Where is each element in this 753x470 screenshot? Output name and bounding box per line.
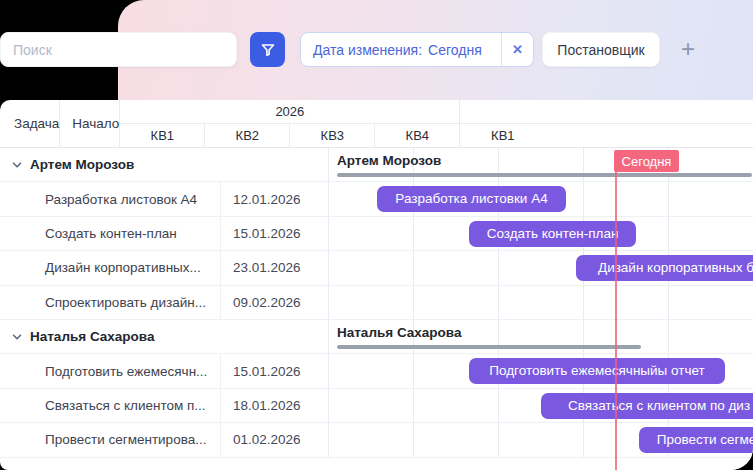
year-label: 2026 (120, 100, 460, 123)
task-name-cell[interactable]: Создать контен-план (0, 217, 220, 250)
row-label: Спроектировать дизайн... (45, 295, 206, 310)
group-name-cell[interactable]: Артем Морозов (0, 148, 328, 181)
row-label: Разработка листовок А4 (45, 192, 197, 207)
task-row: Связаться с клиентом п...18.01.2026Связа… (0, 389, 753, 423)
task-name-cell[interactable]: Связаться с клиентом п... (0, 389, 220, 422)
quarter-row: КВ1 КВ2 КВ3 КВ4 КВ1 (120, 124, 753, 147)
gantt-bar[interactable]: Подготовить ежемесячныйы отчет (469, 358, 725, 384)
add-filter-button[interactable]: + (672, 33, 704, 65)
group-row: Наталья СахароваНаталья Сахарова (0, 320, 753, 354)
quarter-label: КВ3 (290, 124, 375, 147)
funnel-icon (260, 42, 276, 58)
quarter-label: КВ1 (120, 124, 205, 147)
task-name-cell[interactable]: Разработка листовок А4 (0, 182, 220, 215)
gantt-panel: Задача Начало 2026 КВ1 КВ2 КВ3 КВ4 КВ1 А… (0, 100, 753, 470)
gantt-group-summary-line (337, 345, 641, 349)
start-date-cell[interactable]: 15.01.2026 (220, 354, 328, 387)
task-row: Дизайн корпоративных...23.01.2026Дизайн … (0, 251, 753, 285)
gantt-cell: Провести сегме (328, 423, 753, 456)
gantt-cell: Связаться с клиентом по диз (328, 389, 753, 422)
group-name-cell[interactable]: Наталья Сахарова (0, 320, 328, 353)
gantt-cell: Наталья Сахарова (328, 320, 753, 353)
filter-chip-text: Дата изменения: Сегодня (301, 42, 501, 58)
gantt-group-label: Наталья Сахарова (337, 325, 461, 340)
column-header-task: Задача (0, 100, 60, 147)
gantt-cell: Подготовить ежемесячныйы отчет (328, 354, 753, 387)
gantt-bar[interactable]: Дизайн корпоративных б (576, 255, 753, 281)
start-date-cell[interactable]: 12.01.2026 (220, 182, 328, 215)
task-name-cell[interactable]: Спроектировать дизайн... (0, 286, 220, 319)
filter-chip-value: Сегодня (428, 42, 482, 58)
quarter-label: КВ1 (460, 124, 545, 147)
task-name-cell[interactable]: Провести сегментирова... (0, 423, 220, 456)
row-label: Подготовить ежемесячн... (45, 364, 207, 379)
task-row: Спроектировать дизайн...09.02.2026 (0, 286, 753, 320)
row-label: Провести сегментирова... (45, 432, 206, 447)
panel-header: Задача Начало 2026 КВ1 КВ2 КВ3 КВ4 КВ1 (0, 100, 753, 148)
start-date-cell[interactable]: 23.01.2026 (220, 251, 328, 284)
search-input[interactable] (0, 32, 237, 67)
chevron-down-icon[interactable] (12, 160, 22, 170)
filter-button[interactable] (250, 32, 285, 67)
task-name-cell[interactable]: Дизайн корпоративных... (0, 251, 220, 284)
filter-chip-date-changed[interactable]: Дата изменения: Сегодня ✕ (300, 32, 534, 67)
timeline-header: 2026 КВ1 КВ2 КВ3 КВ4 КВ1 (120, 100, 753, 147)
chevron-down-icon[interactable] (12, 332, 22, 342)
start-date-cell[interactable]: 09.02.2026 (220, 286, 328, 319)
gantt-bar[interactable]: Связаться с клиентом по диз (541, 393, 753, 419)
quarter-label: КВ4 (375, 124, 460, 147)
chip-close-icon[interactable]: ✕ (502, 33, 533, 66)
gantt-cell (328, 286, 753, 319)
assigner-filter-button[interactable]: Постановщик (542, 32, 660, 67)
gantt-cell: Дизайн корпоративных б (328, 251, 753, 284)
task-name-cell[interactable]: Подготовить ежемесячн... (0, 354, 220, 387)
gantt-bar[interactable]: Разработка листовки А4 (377, 186, 566, 212)
year-row: 2026 (120, 100, 753, 124)
quarter-label: КВ2 (205, 124, 290, 147)
task-rows: Артем МорозовАртем МорозовРазработка лис… (0, 148, 753, 458)
gantt-group-label: Артем Морозов (337, 153, 441, 168)
row-label: Артем Морозов (30, 157, 134, 172)
task-row: Разработка листовок А412.01.2026Разработ… (0, 182, 753, 216)
task-row: Создать контен-план15.01.2026Создать кон… (0, 217, 753, 251)
row-label: Связаться с клиентом п... (45, 398, 206, 413)
task-row: Подготовить ежемесячн...15.01.2026Подгот… (0, 354, 753, 388)
start-date-cell[interactable]: 18.01.2026 (220, 389, 328, 422)
task-row: Провести сегментирова...01.02.2026Провес… (0, 423, 753, 457)
gantt-bar[interactable]: Провести сегме (639, 427, 753, 453)
row-label: Создать контен-план (45, 226, 177, 241)
row-label: Наталья Сахарова (30, 329, 154, 344)
year-label-next (460, 100, 753, 123)
start-date-cell[interactable]: 15.01.2026 (220, 217, 328, 250)
gantt-cell: Разработка листовки А4 (328, 182, 753, 215)
gantt-bar[interactable]: Создать контен-план (469, 221, 636, 247)
gantt-cell: Артем Морозов (328, 148, 753, 181)
gantt-group-summary-line (337, 173, 752, 177)
column-header-start: Начало (60, 100, 120, 147)
row-label: Дизайн корпоративных... (45, 260, 201, 275)
gantt-cell: Создать контен-план (328, 217, 753, 250)
filter-chip-label: Дата изменения: (313, 42, 422, 58)
top-toolbar: Дата изменения: Сегодня ✕ Постановщик + (0, 0, 753, 100)
start-date-cell[interactable]: 01.02.2026 (220, 423, 328, 456)
today-badge: Сегодня (614, 150, 679, 172)
